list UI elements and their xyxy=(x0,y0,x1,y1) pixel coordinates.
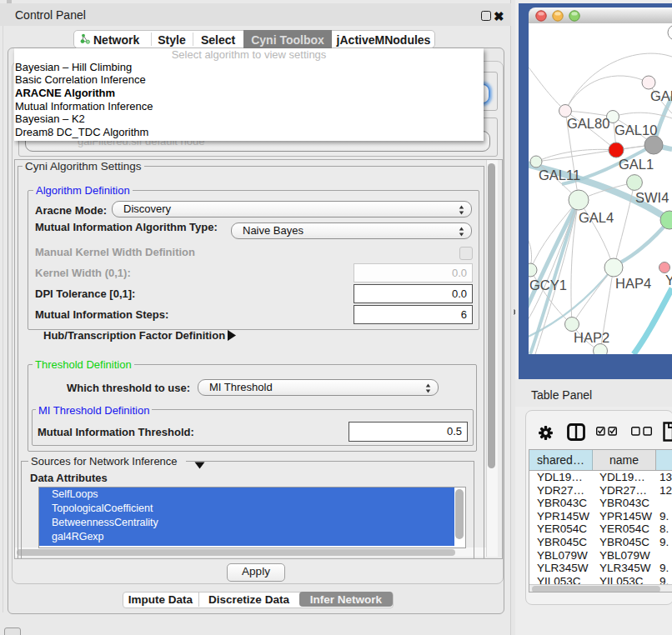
svg-text:GAL4: GAL4 xyxy=(579,210,614,225)
svg-text:GAL80: GAL80 xyxy=(567,116,609,131)
svg-text:GCY1: GCY1 xyxy=(529,278,567,292)
svg-text:HAP2: HAP2 xyxy=(574,330,609,345)
svg-text:HAP4: HAP4 xyxy=(615,276,651,291)
svg-text:GAL11: GAL11 xyxy=(539,168,580,182)
svg-text:GAL1: GAL1 xyxy=(619,157,654,172)
svg-text:Y: Y xyxy=(665,272,672,288)
svg-text:GAL10: GAL10 xyxy=(614,122,657,138)
svg-text:SWI4: SWI4 xyxy=(635,190,669,205)
svg-text:GAL7: GAL7 xyxy=(650,88,672,103)
